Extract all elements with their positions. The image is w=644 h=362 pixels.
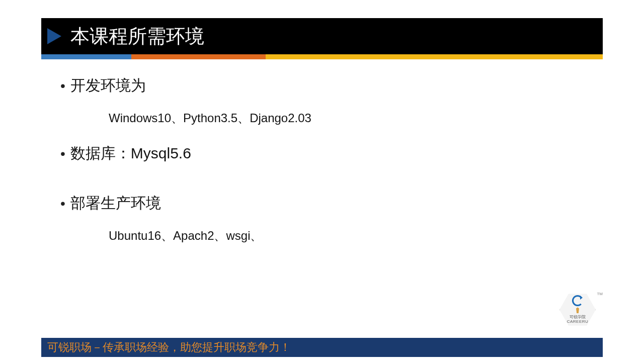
bullet-text: 开发环境为 bbox=[70, 75, 146, 96]
hexagon-icon: 可锐学院 CAREERU bbox=[559, 292, 596, 328]
sub-line: Ubuntu16、Apach2、wsgi、 bbox=[60, 228, 594, 244]
trademark-label: TM bbox=[597, 292, 603, 296]
bullet-icon: • bbox=[60, 197, 65, 211]
footer-tagline: 可锐职场－传承职场经验，助您提升职场竞争力！ bbox=[47, 340, 291, 355]
bullet-icon: • bbox=[60, 79, 65, 93]
list-item: • 开发环境为 bbox=[60, 75, 594, 96]
bullet-icon: • bbox=[60, 147, 65, 161]
tie-icon bbox=[576, 307, 579, 313]
bullet-text: 部署生产环境 bbox=[70, 193, 161, 214]
slide-header: 本课程所需环境 bbox=[41, 18, 603, 54]
slide-content: • 开发环境为 Windows10、Python3.5、Django2.03 •… bbox=[60, 75, 594, 261]
accent-orange-segment bbox=[131, 54, 266, 59]
play-triangle-icon bbox=[47, 28, 61, 44]
slide-title: 本课程所需环境 bbox=[70, 24, 204, 49]
accent-blue-segment bbox=[41, 54, 131, 59]
circular-arrow-icon bbox=[572, 295, 583, 306]
logo-name: 可锐学院 CAREERU bbox=[567, 315, 589, 324]
accent-yellow-segment bbox=[266, 54, 603, 59]
bullet-prefix: 数据库： bbox=[70, 145, 131, 161]
list-item: • 部署生产环境 bbox=[60, 193, 594, 214]
list-item: • 数据库：Mysql5.6 bbox=[60, 143, 594, 164]
accent-strip bbox=[41, 54, 603, 59]
brand-logo: TM 可锐学院 CAREERU bbox=[557, 290, 598, 330]
bullet-text: 数据库：Mysql5.6 bbox=[70, 143, 191, 164]
sub-line: Windows10、Python3.5、Django2.03 bbox=[60, 110, 594, 126]
slide-footer: 可锐职场－传承职场经验，助您提升职场竞争力！ bbox=[41, 338, 603, 357]
bullet-latin: Mysql5.6 bbox=[131, 145, 191, 161]
